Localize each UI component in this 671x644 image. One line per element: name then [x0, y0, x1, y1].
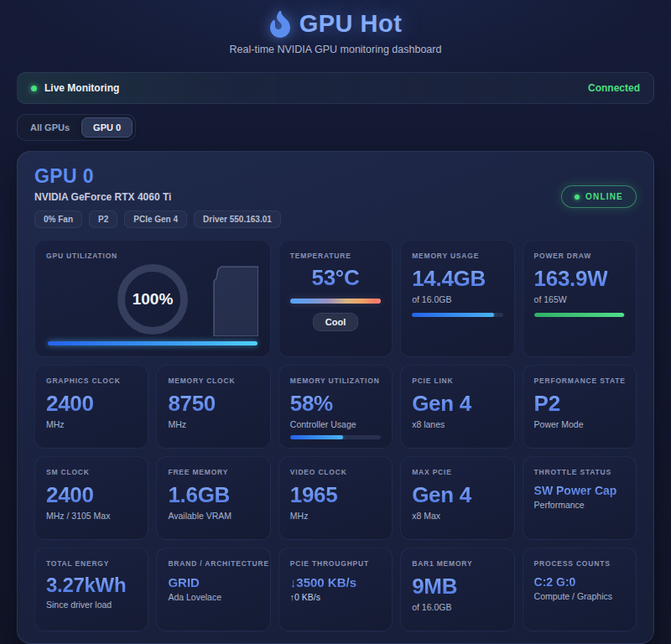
performance-state-sub: Power Mode [534, 419, 625, 429]
live-monitoring: Live Monitoring [31, 82, 119, 94]
metric-card-memory-utilization: MEMORY UTILIZATION 58% Controller Usage [278, 365, 393, 449]
metric-label: MEMORY USAGE [412, 252, 502, 260]
max-pcie-sub: x8 Max [412, 511, 502, 521]
brand-value: GRID [168, 575, 200, 589]
online-dot-icon [575, 195, 580, 200]
total-energy-sub: Since driver load [46, 600, 137, 610]
performance-state-value: P2 [534, 391, 560, 417]
pcie-link-sub: x8 lanes [412, 419, 502, 429]
fan-badge: 0% Fan [34, 210, 82, 228]
connection-status: Connected [588, 82, 640, 94]
online-label: ONLINE [585, 192, 623, 201]
metric-card-process-counts: PROCESS COUNTS C:2 G:0 Compute / Graphic… [523, 548, 637, 631]
bar1-memory-sub: of 16.0GB [412, 602, 502, 612]
metric-label: BRAND / ARCHITECTURE [168, 559, 258, 568]
metric-card-temperature: TEMPERATURE 53°C Cool [278, 240, 393, 357]
video-clock-sub: MHz [290, 511, 381, 521]
utilization-gauge: 100% [117, 264, 188, 335]
metric-card-free-memory: FREE MEMORY 1.6GB Available VRAM [156, 456, 270, 540]
dashboard-page: GPU Hot Real-time NVIDIA GPU monitoring … [0, 0, 671, 644]
process-counts-sub: Compute / Graphics [534, 591, 625, 601]
architecture-sub: Ada Lovelace [168, 592, 258, 602]
metric-grid: GPU UTILIZATION 100% TEMPERATURE 53°C Co… [34, 240, 637, 631]
metric-label: FREE MEMORY [168, 468, 258, 476]
metric-card-graphics-clock: GRAPHICS CLOCK 2400 MHz [34, 365, 148, 449]
metric-label: SM CLOCK [46, 468, 137, 476]
sm-clock-sub: MHz / 3105 Max [46, 511, 137, 521]
memory-clock-sub: MHz [168, 419, 258, 429]
metric-card-sm-clock: SM CLOCK 2400 MHz / 3105 Max [34, 456, 148, 540]
metric-label: PERFORMANCE STATE [534, 377, 625, 385]
metric-label: MEMORY UTILIZATION [290, 377, 381, 385]
memory-usage-value: 14.4GB [412, 266, 486, 292]
pstate-badge: P2 [89, 210, 117, 228]
metric-card-throttle-status: THROTTLE STATUS SW Power Cap Performance [523, 456, 637, 540]
utilization-history-chart [213, 264, 258, 336]
metric-card-power-draw: POWER DRAW 163.9W of 165W [523, 240, 637, 357]
metric-label: PROCESS COUNTS [534, 559, 625, 568]
pcie-rx-value: ↓3500 KB/s [290, 575, 356, 589]
gpu-badges: 0% Fan P2 PCIe Gen 4 Driver 550.163.01 [34, 210, 281, 228]
live-dot-icon [31, 86, 37, 91]
metric-label: MEMORY CLOCK [168, 377, 258, 385]
app-header: GPU Hot Real-time NVIDIA GPU monitoring … [0, 0, 671, 55]
metric-card-brand-architecture: BRAND / ARCHITECTURE GRID Ada Lovelace [156, 548, 270, 631]
metric-label: PCIE LINK [412, 377, 502, 385]
free-memory-sub: Available VRAM [168, 511, 258, 521]
metric-label: THROTTLE STATUS [534, 468, 625, 476]
metric-label: VIDEO CLOCK [290, 468, 381, 476]
total-energy-value: 3.27kWh [46, 574, 126, 597]
memory-clock-value: 8750 [168, 391, 216, 417]
bar1-memory-value: 9MB [412, 574, 457, 600]
temperature-gradient-bar [290, 299, 381, 304]
gpu-tabs: All GPUs GPU 0 [17, 114, 136, 141]
pcie-tx-value: ↑0 KB/s [290, 592, 381, 602]
metric-card-bar1-memory: BAR1 MEMORY 9MB of 16.0GB [400, 548, 514, 631]
online-status-badge: ONLINE [561, 185, 637, 208]
metric-label: GRAPHICS CLOCK [46, 377, 137, 385]
memory-utilization-fill [290, 435, 343, 439]
driver-badge: Driver 550.163.01 [194, 210, 281, 228]
memory-usage-bar [412, 313, 502, 317]
temperature-status-badge: Cool [313, 313, 358, 331]
tab-all-gpus[interactable]: All GPUs [20, 117, 80, 138]
metric-card-pcie-throughput: PCIE THROUGHPUT ↓3500 KB/s ↑0 KB/s [278, 548, 393, 631]
live-monitoring-label: Live Monitoring [44, 82, 119, 94]
pcie-badge: PCIe Gen 4 [124, 210, 187, 228]
gpu-card-header: GPU 0 NVIDIA GeForce RTX 4060 Ti 0% Fan … [34, 165, 637, 228]
memory-usage-fill [412, 313, 494, 317]
utilization-progress-bar [48, 341, 257, 345]
throttle-status-value: SW Power Cap [534, 484, 617, 497]
metric-card-max-pcie: MAX PCIE Gen 4 x8 Max [400, 456, 514, 540]
status-bar: Live Monitoring Connected [17, 72, 654, 104]
tab-gpu-0[interactable]: GPU 0 [81, 117, 133, 138]
metric-label: TEMPERATURE [290, 252, 381, 260]
metric-card-gpu-utilization: GPU UTILIZATION 100% [34, 240, 271, 357]
metric-card-memory-usage: MEMORY USAGE 14.4GB of 16.0GB [400, 240, 514, 357]
graphics-clock-sub: MHz [46, 419, 137, 429]
gpu-name: GPU 0 [34, 165, 281, 188]
utilization-progress-fill [48, 341, 257, 345]
pcie-link-value: Gen 4 [412, 391, 471, 417]
page-subtitle: Real-time NVIDIA GPU monitoring dashboar… [230, 44, 442, 55]
process-counts-value: C:2 G:0 [534, 575, 576, 589]
power-draw-value: 163.9W [534, 266, 608, 292]
page-title: GPU Hot [299, 10, 403, 38]
gpu-model: NVIDIA GeForce RTX 4060 Ti [34, 191, 281, 203]
power-draw-sub: of 165W [534, 294, 625, 304]
metric-label: PCIE THROUGHPUT [290, 559, 381, 568]
metric-card-memory-clock: MEMORY CLOCK 8750 MHz [156, 365, 270, 449]
sm-clock-value: 2400 [46, 482, 94, 508]
video-clock-value: 1965 [290, 482, 338, 508]
metric-label: GPU UTILIZATION [46, 252, 259, 260]
utilization-value: 100% [133, 290, 174, 309]
metric-label: MAX PCIE [412, 468, 502, 476]
memory-usage-sub: of 16.0GB [412, 294, 502, 304]
metric-card-pcie-link: PCIE LINK Gen 4 x8 lanes [400, 365, 514, 449]
metric-card-video-clock: VIDEO CLOCK 1965 MHz [278, 456, 393, 540]
flame-icon [269, 11, 291, 38]
throttle-status-sub: Performance [534, 500, 625, 510]
memory-utilization-value: 58% [290, 391, 333, 417]
max-pcie-value: Gen 4 [412, 482, 471, 508]
metric-label: POWER DRAW [534, 252, 625, 260]
